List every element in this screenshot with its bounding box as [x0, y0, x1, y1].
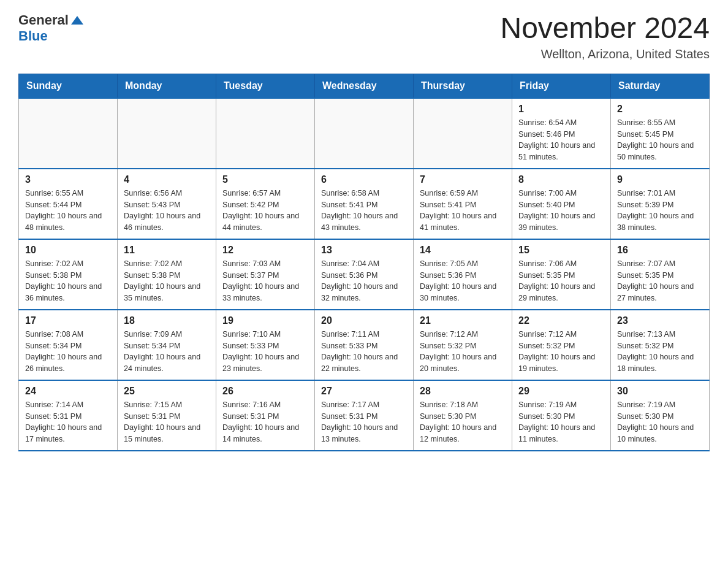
day-number: 14 — [420, 245, 506, 256]
day-number: 30 — [617, 386, 703, 397]
calendar-cell: 28Sunrise: 7:18 AM Sunset: 5:30 PM Dayli… — [414, 380, 512, 451]
calendar-cell — [216, 98, 315, 169]
day-info: Sunrise: 7:01 AM Sunset: 5:39 PM Dayligh… — [617, 188, 703, 234]
calendar-cell: 30Sunrise: 7:19 AM Sunset: 5:30 PM Dayli… — [611, 380, 710, 451]
logo-general-text: General — [18, 12, 69, 28]
calendar-header-monday: Monday — [118, 74, 216, 98]
calendar-cell: 27Sunrise: 7:17 AM Sunset: 5:31 PM Dayli… — [315, 380, 414, 451]
location-text: Wellton, Arizona, United States — [500, 47, 710, 61]
day-number: 27 — [321, 386, 407, 397]
calendar-header-friday: Friday — [512, 74, 611, 98]
day-number: 6 — [321, 174, 407, 185]
calendar-cell: 2Sunrise: 6:55 AM Sunset: 5:45 PM Daylig… — [611, 98, 710, 169]
calendar-cell: 15Sunrise: 7:06 AM Sunset: 5:35 PM Dayli… — [512, 239, 611, 310]
day-number: 7 — [420, 174, 506, 185]
day-info: Sunrise: 7:19 AM Sunset: 5:30 PM Dayligh… — [518, 399, 604, 445]
calendar-cell: 20Sunrise: 7:11 AM Sunset: 5:33 PM Dayli… — [315, 310, 414, 380]
day-info: Sunrise: 7:06 AM Sunset: 5:35 PM Dayligh… — [518, 258, 604, 304]
day-info: Sunrise: 7:04 AM Sunset: 5:36 PM Dayligh… — [321, 258, 407, 304]
calendar-cell: 29Sunrise: 7:19 AM Sunset: 5:30 PM Dayli… — [512, 380, 611, 451]
day-info: Sunrise: 6:58 AM Sunset: 5:41 PM Dayligh… — [321, 188, 407, 234]
calendar-week-2: 3Sunrise: 6:55 AM Sunset: 5:44 PM Daylig… — [19, 169, 710, 239]
day-info: Sunrise: 7:05 AM Sunset: 5:36 PM Dayligh… — [420, 258, 506, 304]
day-number: 17 — [25, 315, 111, 326]
day-info: Sunrise: 7:00 AM Sunset: 5:40 PM Dayligh… — [518, 188, 604, 234]
month-title: November 2024 — [500, 12, 710, 45]
calendar-cell: 18Sunrise: 7:09 AM Sunset: 5:34 PM Dayli… — [118, 310, 216, 380]
day-number: 1 — [518, 104, 604, 115]
day-number: 23 — [617, 315, 703, 326]
calendar-cell: 11Sunrise: 7:02 AM Sunset: 5:38 PM Dayli… — [118, 239, 216, 310]
calendar-cell: 26Sunrise: 7:16 AM Sunset: 5:31 PM Dayli… — [216, 380, 315, 451]
day-number: 12 — [222, 245, 308, 256]
calendar-cell: 24Sunrise: 7:14 AM Sunset: 5:31 PM Dayli… — [19, 380, 118, 451]
day-info: Sunrise: 6:55 AM Sunset: 5:45 PM Dayligh… — [617, 117, 703, 163]
calendar-week-3: 10Sunrise: 7:02 AM Sunset: 5:38 PM Dayli… — [19, 239, 710, 310]
calendar-cell: 10Sunrise: 7:02 AM Sunset: 5:38 PM Dayli… — [19, 239, 118, 310]
day-info: Sunrise: 7:12 AM Sunset: 5:32 PM Dayligh… — [518, 329, 604, 375]
day-number: 2 — [617, 104, 703, 115]
day-number: 18 — [124, 315, 210, 326]
day-info: Sunrise: 7:14 AM Sunset: 5:31 PM Dayligh… — [25, 399, 111, 445]
day-number: 11 — [124, 245, 210, 256]
calendar-header-row: SundayMondayTuesdayWednesdayThursdayFrid… — [19, 74, 710, 98]
day-number: 9 — [617, 174, 703, 185]
day-info: Sunrise: 7:18 AM Sunset: 5:30 PM Dayligh… — [420, 399, 506, 445]
day-number: 26 — [222, 386, 308, 397]
day-info: Sunrise: 7:07 AM Sunset: 5:35 PM Dayligh… — [617, 258, 703, 304]
calendar-cell: 4Sunrise: 6:56 AM Sunset: 5:43 PM Daylig… — [118, 169, 216, 239]
day-number: 21 — [420, 315, 506, 326]
day-info: Sunrise: 7:02 AM Sunset: 5:38 PM Dayligh… — [25, 258, 111, 304]
logo-triangle-icon — [71, 16, 83, 25]
day-number: 22 — [518, 315, 604, 326]
day-info: Sunrise: 7:17 AM Sunset: 5:31 PM Dayligh… — [321, 399, 407, 445]
logo-blue-part — [70, 16, 83, 25]
calendar-cell — [414, 98, 512, 169]
logo-blue-text: Blue — [18, 28, 48, 44]
day-info: Sunrise: 7:10 AM Sunset: 5:33 PM Dayligh… — [222, 329, 308, 375]
calendar-cell: 9Sunrise: 7:01 AM Sunset: 5:39 PM Daylig… — [611, 169, 710, 239]
calendar-cell: 21Sunrise: 7:12 AM Sunset: 5:32 PM Dayli… — [414, 310, 512, 380]
calendar-cell — [118, 98, 216, 169]
calendar-header-wednesday: Wednesday — [315, 74, 414, 98]
day-number: 5 — [222, 174, 308, 185]
calendar-cell: 14Sunrise: 7:05 AM Sunset: 5:36 PM Dayli… — [414, 239, 512, 310]
calendar-header-saturday: Saturday — [611, 74, 710, 98]
day-info: Sunrise: 6:59 AM Sunset: 5:41 PM Dayligh… — [420, 188, 506, 234]
day-info: Sunrise: 7:03 AM Sunset: 5:37 PM Dayligh… — [222, 258, 308, 304]
day-info: Sunrise: 6:54 AM Sunset: 5:46 PM Dayligh… — [518, 117, 604, 163]
calendar-cell — [19, 98, 118, 169]
calendar-header-sunday: Sunday — [19, 74, 118, 98]
calendar-cell: 12Sunrise: 7:03 AM Sunset: 5:37 PM Dayli… — [216, 239, 315, 310]
calendar-cell: 8Sunrise: 7:00 AM Sunset: 5:40 PM Daylig… — [512, 169, 611, 239]
calendar-week-4: 17Sunrise: 7:08 AM Sunset: 5:34 PM Dayli… — [19, 310, 710, 380]
title-section: November 2024 Wellton, Arizona, United S… — [500, 12, 710, 61]
calendar-cell: 13Sunrise: 7:04 AM Sunset: 5:36 PM Dayli… — [315, 239, 414, 310]
day-number: 10 — [25, 245, 111, 256]
calendar-cell: 1Sunrise: 6:54 AM Sunset: 5:46 PM Daylig… — [512, 98, 611, 169]
day-number: 25 — [124, 386, 210, 397]
calendar-header-tuesday: Tuesday — [216, 74, 315, 98]
calendar-cell: 3Sunrise: 6:55 AM Sunset: 5:44 PM Daylig… — [19, 169, 118, 239]
calendar-cell: 6Sunrise: 6:58 AM Sunset: 5:41 PM Daylig… — [315, 169, 414, 239]
calendar-cell: 7Sunrise: 6:59 AM Sunset: 5:41 PM Daylig… — [414, 169, 512, 239]
logo: General Blue — [18, 12, 83, 44]
day-number: 29 — [518, 386, 604, 397]
calendar-cell: 23Sunrise: 7:13 AM Sunset: 5:32 PM Dayli… — [611, 310, 710, 380]
calendar-cell: 16Sunrise: 7:07 AM Sunset: 5:35 PM Dayli… — [611, 239, 710, 310]
calendar-cell: 5Sunrise: 6:57 AM Sunset: 5:42 PM Daylig… — [216, 169, 315, 239]
day-number: 20 — [321, 315, 407, 326]
calendar-week-1: 1Sunrise: 6:54 AM Sunset: 5:46 PM Daylig… — [19, 98, 710, 169]
calendar-header-thursday: Thursday — [414, 74, 512, 98]
calendar-table: SundayMondayTuesdayWednesdayThursdayFrid… — [18, 74, 710, 451]
calendar-cell — [315, 98, 414, 169]
day-info: Sunrise: 6:56 AM Sunset: 5:43 PM Dayligh… — [124, 188, 210, 234]
day-info: Sunrise: 6:55 AM Sunset: 5:44 PM Dayligh… — [25, 188, 111, 234]
day-number: 13 — [321, 245, 407, 256]
calendar-week-5: 24Sunrise: 7:14 AM Sunset: 5:31 PM Dayli… — [19, 380, 710, 451]
day-info: Sunrise: 6:57 AM Sunset: 5:42 PM Dayligh… — [222, 188, 308, 234]
page-header: General Blue November 2024 Wellton, Ariz… — [18, 12, 710, 61]
calendar-cell: 22Sunrise: 7:12 AM Sunset: 5:32 PM Dayli… — [512, 310, 611, 380]
day-number: 16 — [617, 245, 703, 256]
day-number: 3 — [25, 174, 111, 185]
